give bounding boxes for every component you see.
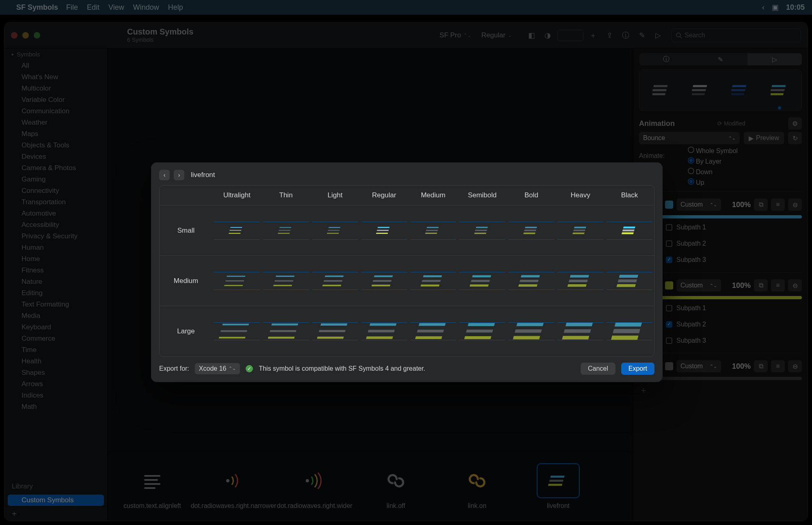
weight-header: Bold: [507, 186, 556, 205]
grid-cell[interactable]: [261, 256, 311, 306]
export-modal: ‹ › livefront UltralightThinLightRegular…: [151, 162, 663, 382]
checkmark-icon: ✓: [246, 365, 253, 372]
grid-cell[interactable]: [605, 205, 654, 256]
size-header: Small: [160, 205, 212, 256]
nav-forward-button[interactable]: ›: [174, 170, 184, 180]
grid-cell[interactable]: [311, 256, 360, 306]
grid-cell[interactable]: [605, 306, 654, 356]
export-button[interactable]: Export: [621, 363, 654, 375]
grid-cell[interactable]: [458, 256, 507, 306]
grid-cell[interactable]: [556, 256, 605, 306]
grid-cell[interactable]: [311, 306, 360, 356]
grid-cell[interactable]: [409, 205, 458, 256]
grid-cell[interactable]: [458, 205, 507, 256]
weight-header: Semibold: [458, 186, 507, 205]
grid-cell[interactable]: [360, 306, 409, 356]
export-target-select[interactable]: Xcode 16⌃⌄: [195, 363, 240, 374]
weight-header: Regular: [360, 186, 409, 205]
grid-cell[interactable]: [311, 205, 360, 256]
export-for-label: Export for:: [159, 365, 189, 372]
weight-header: Thin: [261, 186, 311, 205]
weight-size-grid: UltralightThinLightRegularMediumSemibold…: [159, 185, 654, 357]
weight-header: Black: [605, 186, 654, 205]
grid-cell[interactable]: [212, 306, 261, 356]
nav-back-button[interactable]: ‹: [159, 170, 170, 180]
modal-title: livefront: [191, 171, 215, 179]
grid-cell[interactable]: [507, 306, 556, 356]
grid-cell[interactable]: [360, 256, 409, 306]
grid-cell[interactable]: [409, 306, 458, 356]
cancel-button[interactable]: Cancel: [581, 363, 615, 375]
grid-cell[interactable]: [261, 205, 311, 256]
grid-cell[interactable]: [605, 256, 654, 306]
grid-cell[interactable]: [507, 205, 556, 256]
weight-header: Heavy: [556, 186, 605, 205]
grid-cell[interactable]: [458, 306, 507, 356]
grid-cell[interactable]: [212, 256, 261, 306]
grid-cell[interactable]: [212, 205, 261, 256]
weight-header: Ultralight: [212, 186, 261, 205]
grid-cell[interactable]: [409, 256, 458, 306]
grid-cell[interactable]: [261, 306, 311, 356]
size-header: Large: [160, 306, 212, 356]
grid-cell[interactable]: [507, 256, 556, 306]
compat-text: This symbol is compatible with SF Symbol…: [259, 365, 425, 372]
weight-header: Light: [311, 186, 360, 205]
grid-cell[interactable]: [556, 205, 605, 256]
weight-header: Medium: [409, 186, 458, 205]
grid-cell[interactable]: [360, 205, 409, 256]
size-header: Medium: [160, 256, 212, 306]
grid-cell[interactable]: [556, 306, 605, 356]
